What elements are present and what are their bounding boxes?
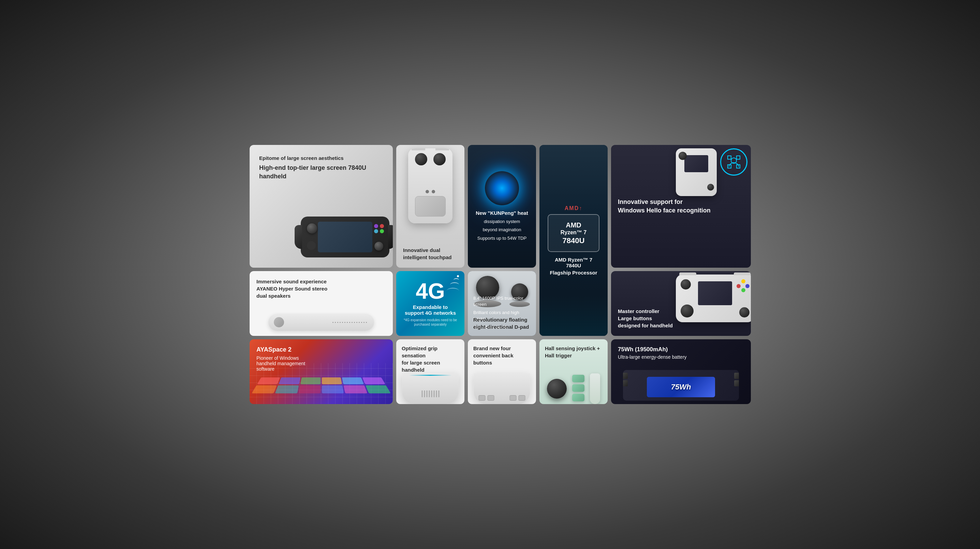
backbuttons-cell: Brand new four convenient back buttons (468, 339, 536, 404)
aya-line2: Pioneer of Windows (256, 355, 386, 361)
windows-hello-cell: Innovative support for Windows Hello fac… (611, 145, 751, 268)
hero-device-image (301, 213, 393, 261)
battery-image: 75Wh (623, 360, 739, 401)
controller-line1: Master controller (618, 307, 744, 315)
grip-device-image (401, 366, 460, 404)
battery-line2: Ultra-large energy-dense battery (618, 354, 744, 360)
battery-cell: 75Wh (19500mAh) Ultra-large energy-dense… (611, 339, 751, 404)
touchpad-label: Innovative dual intelligent touchpad (403, 247, 458, 261)
aya-line1: AYASpace 2 (256, 346, 386, 353)
hall-line2: Hall trigger (545, 352, 602, 359)
4g-cell: 4G Expandable to support 4G networks *4G… (396, 271, 465, 336)
heat-line1: New "KUNPeng" heat (475, 209, 529, 216)
amd-chip-line2: Ryzen™ 7 (554, 229, 593, 236)
amd-content: AMD↑ AMD Ryzen™ 7 7840U AMD Ryzen™ 7 784… (547, 205, 600, 275)
hello-device (676, 148, 717, 199)
heat-glow (485, 171, 519, 205)
amd-brand: AMD↑ (547, 205, 600, 212)
heat-line4: Supports up to 54W TDP (475, 235, 529, 242)
amd-gradient (539, 295, 608, 336)
grip-cell: Optimized grip sensation for large scree… (396, 339, 465, 404)
aya-tiles (250, 370, 393, 404)
svg-rect-1 (728, 156, 731, 159)
hall-cell: Hall sensing joystick + Hall trigger (539, 339, 608, 404)
ayaspace-cell: AYASpace 2 Pioneer of Windows handheld m… (250, 339, 393, 404)
backbuttons-device-image (472, 366, 532, 404)
hall-image (543, 363, 604, 404)
dpad-line2: eight-directional D-pad (473, 323, 531, 330)
face-icon (720, 148, 748, 176)
amd-sublabel: Flagship Processor (547, 270, 600, 275)
sound-line2: AYANEO Hyper Sound stereo (256, 285, 386, 292)
dpad-line1: Revolutionary floating (473, 316, 531, 323)
amd-chip-line3: 7840U (554, 236, 593, 245)
svg-rect-2 (737, 156, 740, 159)
touchpad-cell: Innovative dual intelligent touchpad (396, 145, 465, 268)
amd-label: AMD Ryzen™ 7 7840U (547, 257, 600, 268)
4g-line2: support 4G networks (402, 310, 459, 316)
controller-cell: Master controller Large buttons designed… (611, 271, 751, 336)
grip-line1: Optimized grip sensation (402, 345, 459, 359)
battery-badge: 75Wh (671, 383, 691, 391)
hello-line1: Innovative support for (618, 198, 744, 206)
speaker-device-image (268, 314, 374, 333)
sound-cell: Immersive sound experience AYANEO Hyper … (250, 271, 393, 336)
face-scan-svg (727, 155, 741, 169)
amd-cell: AMD↑ AMD Ryzen™ 7 7840U AMD Ryzen™ 7 784… (539, 145, 608, 336)
back-line2: convenient back buttons (473, 352, 531, 366)
heat-line3: beyond imagination (475, 227, 529, 233)
hall-line1: Hall sensing joystick + (545, 345, 602, 352)
screen-line1: 8.4" 1600P IPS true-color screen (473, 295, 531, 307)
signal-icon (447, 275, 459, 294)
controller-line3: designed for handheld (618, 322, 744, 329)
aya-line3: handheld management (256, 361, 386, 366)
heat-cell: New "KUNPeng" heat dissipation system be… (468, 145, 536, 268)
hero-cell: Epitome of large screen aesthetics High-… (250, 145, 393, 268)
hero-line1: Epitome of large screen aesthetics (259, 154, 383, 162)
touchpad-device-image (408, 148, 452, 216)
heat-line2: dissipation system (475, 219, 529, 225)
sound-line1: Immersive sound experience (256, 278, 386, 285)
4g-line1: Expandable to (402, 304, 459, 310)
back-line1: Brand new four (473, 345, 531, 352)
battery-line1: 75Wh (19500mAh) (618, 346, 744, 353)
amd-chip-box: AMD Ryzen™ 7 7840U (547, 214, 600, 252)
4g-note: *4G expansion modules need to be purchas… (402, 318, 459, 327)
controller-line2: Large buttons (618, 315, 744, 322)
sound-line3: dual speakers (256, 292, 386, 299)
aya-line4: software (256, 366, 386, 372)
amd-chip-line1: AMD (554, 221, 593, 229)
hero-line2: High-end top-tier large screen 7840U han… (259, 164, 383, 181)
hello-line2: Windows Hello face recognition (618, 206, 744, 215)
